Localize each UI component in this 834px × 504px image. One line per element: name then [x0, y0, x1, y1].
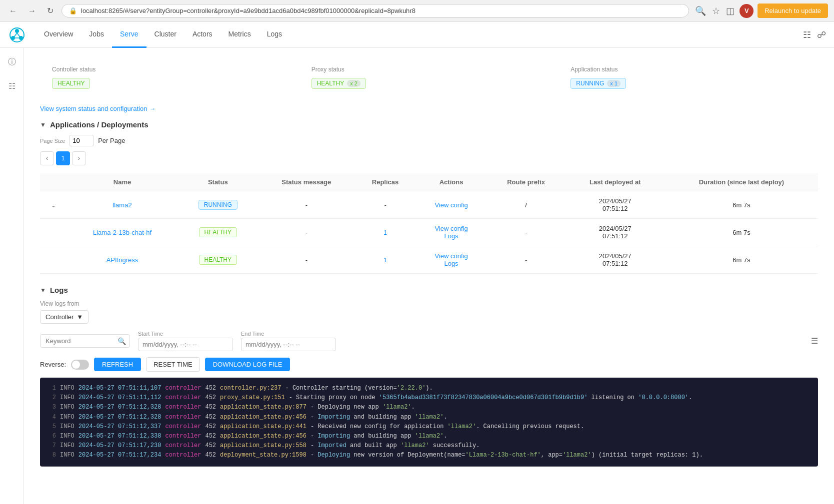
route-prefix-cell: -	[487, 246, 566, 274]
view-config-link[interactable]: View config	[434, 252, 468, 260]
log-list-icon-button[interactable]: ☰	[811, 336, 818, 346]
logs-chevron-icon: ▼	[40, 287, 46, 294]
deployment-name-link[interactable]: Llama-2-13b-chat-hf	[93, 229, 152, 236]
applications-section-header[interactable]: ▼ Applications / Deployments	[40, 120, 818, 129]
message-icon[interactable]: ☍	[817, 29, 826, 40]
url-bar[interactable]: 🔒 localhost:8265/#/serve?entityGroup=con…	[62, 4, 689, 17]
deployments-table: Name Status Status message Replicas Acti…	[40, 173, 818, 274]
log-filters: 🔍 Start Time End Time ☰	[40, 331, 818, 351]
route-prefix-cell: /	[487, 191, 566, 219]
view-system-link[interactable]: View system status and configuration →	[40, 105, 818, 112]
keyword-input-wrap: 🔍	[40, 334, 130, 348]
sidebar: ⓘ ☷	[0, 48, 24, 504]
replicas-link[interactable]: 1	[384, 256, 387, 264]
page-size-label: Page Size	[40, 138, 65, 144]
back-button[interactable]: ←	[6, 5, 20, 16]
application-status-badge: RUNNING x 1	[570, 78, 626, 89]
forward-button[interactable]: →	[25, 5, 39, 16]
svg-line-5	[17, 33, 20, 37]
svg-line-4	[14, 33, 17, 37]
reset-time-button[interactable]: RESET TIME	[146, 357, 200, 372]
replicas-link[interactable]: 1	[384, 229, 387, 236]
view-logs-from-label: View logs from	[40, 300, 818, 307]
keyword-input[interactable]	[40, 334, 130, 348]
view-config-link[interactable]: View config	[434, 225, 468, 232]
sidebar-table-icon[interactable]: ☷	[4, 78, 20, 94]
relaunch-button[interactable]: Relaunch to update	[758, 3, 828, 18]
controller-status-card: Controller status HEALTHY	[40, 58, 300, 97]
expand-row-button[interactable]: ⌄	[51, 202, 56, 209]
actions-cell: View config	[416, 191, 487, 219]
page-1-button[interactable]: 1	[56, 151, 70, 165]
log-line: 2 INFO 2024-05-27 07:51:11,112 controlle…	[46, 393, 812, 403]
nav-metrics[interactable]: Metrics	[220, 22, 259, 48]
start-time-label: Start Time	[138, 331, 233, 337]
view-config-link[interactable]: View config	[434, 201, 468, 209]
reload-button[interactable]: ↻	[44, 5, 56, 16]
nav-cluster[interactable]: Cluster	[146, 22, 184, 48]
start-time-group: Start Time	[138, 331, 233, 351]
nav-actors[interactable]: Actors	[184, 22, 220, 48]
arrow-right-icon: →	[149, 105, 156, 112]
url-text: localhost:8265/#/serve?entityGroup=contr…	[81, 7, 682, 14]
app-nav: Overview Jobs Serve Cluster Actors Metri…	[0, 22, 834, 48]
reverse-toggle[interactable]	[71, 360, 89, 370]
end-time-group: End Time	[241, 331, 336, 351]
layout-icon[interactable]: ☷	[803, 29, 811, 40]
application-status-title: Application status	[570, 66, 806, 73]
table-row: APIIngress HEALTHY - 1 View config Logs …	[40, 246, 818, 274]
star-icon[interactable]: ☆	[711, 4, 721, 17]
duration-cell: 6m 7s	[665, 219, 818, 246]
download-log-button[interactable]: DOWNLOAD LOG FILE	[205, 358, 290, 371]
log-line: 1 INFO 2024-05-27 07:51:11,107 controlle…	[46, 384, 812, 393]
page-size-row: Page Size Per Page	[40, 135, 818, 146]
col-duration: Duration (since last deploy)	[665, 173, 818, 191]
log-line: 4 INFO 2024-05-27 07:51:12,328 controlle…	[46, 413, 812, 422]
page-size-input[interactable]	[69, 135, 94, 146]
end-time-input[interactable]	[241, 338, 336, 351]
duration-cell: 6m 7s	[665, 191, 818, 219]
col-actions: Actions	[416, 173, 487, 191]
controller-status-badge: HEALTHY	[52, 78, 90, 89]
status-message-cell: -	[258, 219, 355, 246]
nav-jobs[interactable]: Jobs	[81, 22, 112, 48]
status-cards: Controller status HEALTHY Proxy status H…	[40, 58, 818, 97]
nav-serve[interactable]: Serve	[112, 22, 146, 48]
actions-cell: View config Logs	[416, 219, 487, 246]
nav-logs[interactable]: Logs	[259, 22, 290, 48]
lock-icon: 🔒	[69, 7, 77, 14]
user-avatar[interactable]: V	[740, 4, 754, 18]
next-page-button[interactable]: ›	[72, 151, 86, 165]
nav-overview[interactable]: Overview	[36, 22, 81, 48]
logs-link[interactable]: Logs	[444, 260, 458, 267]
logs-link[interactable]: Logs	[444, 232, 458, 240]
log-line: 7 INFO 2024-05-27 07:51:17,230 controlle…	[46, 441, 812, 451]
table-row: Llama-2-13b-chat-hf HEALTHY - 1 View con…	[40, 219, 818, 246]
app-logo	[8, 26, 26, 44]
prev-page-button[interactable]: ‹	[40, 151, 54, 165]
duration-cell: 6m 7s	[665, 246, 818, 274]
per-page-label: Per Page	[98, 137, 125, 144]
log-controls: Reverse: REFRESH RESET TIME DOWNLOAD LOG…	[40, 357, 818, 372]
log-line: 5 INFO 2024-05-27 07:51:12,337 controlle…	[46, 422, 812, 432]
last-deployed-cell: 2024/05/2707:51:12	[566, 246, 665, 274]
search-icon[interactable]: 🔍	[694, 4, 707, 17]
deployment-name-link[interactable]: llama2	[112, 201, 132, 209]
start-time-input[interactable]	[138, 338, 233, 351]
extensions-icon[interactable]: ◫	[725, 4, 736, 17]
replicas-cell: -	[355, 191, 416, 219]
log-line: 8 INFO 2024-05-27 07:51:17,234 controlle…	[46, 451, 812, 460]
controller-status-title: Controller status	[52, 66, 288, 73]
proxy-status-badge: HEALTHY x 2	[312, 78, 366, 89]
controller-select[interactable]: Controller ▼	[40, 310, 88, 324]
refresh-button[interactable]: REFRESH	[94, 358, 141, 371]
deployment-name-link[interactable]: APIIngress	[106, 256, 138, 264]
route-prefix-cell: -	[487, 219, 566, 246]
logs-section: ▼ Logs View logs from Controller ▼ 🔍 Sta…	[40, 286, 818, 467]
logs-section-header[interactable]: ▼ Logs	[40, 286, 818, 294]
proxy-status-card: Proxy status HEALTHY x 2	[300, 58, 559, 97]
sidebar-info-icon[interactable]: ⓘ	[4, 54, 20, 70]
col-name: Name	[67, 173, 178, 191]
search-icon: 🔍	[118, 337, 126, 345]
applications-section: ▼ Applications / Deployments Page Size P…	[40, 120, 818, 274]
